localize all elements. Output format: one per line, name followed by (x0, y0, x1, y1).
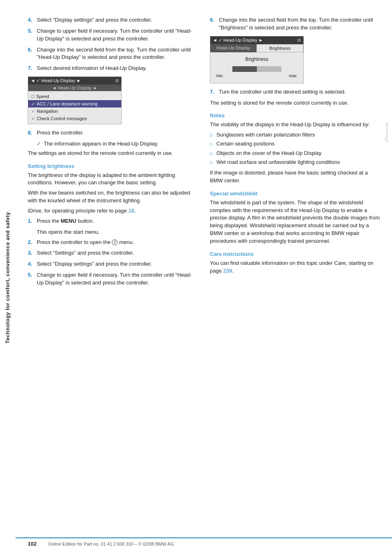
screen-mockup-1: ◄ ✓ Head-Up Display ► ⊙ ◄ Head-Up Displa… (28, 76, 122, 124)
bullet-arrow-4: ▷ (210, 159, 214, 166)
brightness-bar (215, 66, 298, 72)
step-8-note: The settings are stored for the remote c… (28, 150, 198, 157)
step-8-sub-text: The information appears in the Head-Up D… (44, 140, 158, 148)
brightness-title: Brightness (215, 56, 298, 62)
acc-check: ✓ (31, 102, 35, 106)
bright-step-2-text: Press the controller to open the i menu. (37, 239, 134, 246)
step-8-sub: ✓ The information appears in the Head-Up… (37, 140, 198, 148)
bullet-2-text: Certain seating positions (216, 140, 274, 148)
bright-step-3: 3. Select "Settings" and press the contr… (28, 249, 198, 257)
tab-brightness: Brightness (256, 44, 303, 52)
step-4-num: 4. (28, 16, 35, 24)
checkmark-icon: ✓ (37, 140, 41, 148)
menu-item-speed: □ Speed (28, 93, 121, 100)
acc-label: ACC / Lane departure warning (37, 101, 98, 106)
step-7: 7. Select desired information of Head-Up… (28, 65, 198, 72)
idrive-ref: iDrive, for operating principle refer to… (28, 207, 198, 215)
care-page-link[interactable]: 239 (223, 268, 232, 274)
cc-check: ✓ (31, 116, 35, 121)
bullet-arrow-1: ▷ (210, 132, 214, 138)
nav-label: Navigation (37, 109, 58, 114)
right-step-6: 6. Change into the second field from the… (210, 16, 380, 32)
care-heading: Care instructions (210, 251, 380, 257)
bright-step-2: 2. Press the controller to open the i me… (28, 239, 198, 246)
main-content: 4. Select "Display settings" and press t… (16, 0, 392, 315)
speed-label: Speed (36, 94, 49, 99)
step-4-text: Select "Display settings" and press the … (37, 16, 152, 24)
footer-text: Online Edition for Part no. 01 41 2 600 … (48, 542, 174, 546)
brightness-para2: With the low beams switched on, the brig… (28, 189, 198, 205)
bright-step-1: 1. Press the MENU button. (28, 217, 198, 225)
bright-step-5-text: Change to upper field if necessary. Turn… (37, 271, 198, 287)
screen2-topbar: ◄ ✓ Head-Up Display ► ⊙ (210, 36, 303, 44)
brightness-max: max. (289, 74, 298, 78)
step7-note: The setting is stored for the remote con… (210, 99, 380, 107)
right-step-7: 7. Turn the controller until the desired… (210, 88, 380, 96)
menu-item-nav: ✓ Navigation (28, 107, 121, 115)
screen-menu-area: □ Speed ✓ ACC / Lane departure warning ✓… (28, 91, 121, 124)
brightness-empty (257, 66, 281, 72)
footer-page-num: 102 (28, 541, 44, 547)
bright-step-3-num: 3. (28, 249, 35, 257)
right-step-7-num: 7. (210, 88, 217, 96)
sidebar-label: Technology for comfort, convenience and … (5, 212, 11, 343)
notes-heading: Notes (210, 112, 380, 119)
bright-step-4-num: 4. (28, 260, 35, 268)
step-8-text: Press the controller. (37, 129, 84, 137)
bright-step-1-sub: This opens the start menu. (37, 228, 198, 236)
cc-label: Check Control messages (37, 116, 87, 121)
step-4: 4. Select "Display settings" and press t… (28, 16, 198, 24)
nav-check: ✓ (31, 109, 35, 114)
bullet-arrow-3: ▷ (210, 150, 214, 157)
footer: 102 Online Edition for Part no. 01 41 2 … (16, 537, 392, 547)
menu-item-acc: ✓ ACC / Lane departure warning (28, 100, 121, 107)
step-5-text: Change to upper field if necessary. Turn… (37, 27, 198, 43)
right-step-6-text: Change into the second field from the to… (219, 16, 380, 32)
bright-step-4-text: Select "Display settings" and press the … (37, 260, 152, 268)
step-8-num: 8. (28, 129, 35, 137)
right-step-7-text: Turn the controller until the desired se… (219, 88, 346, 96)
notes-closing: If the image is distorted, please have t… (210, 169, 380, 185)
menu-item-check-control: ✓ Check Control messages (28, 115, 121, 122)
sidebar: Technology for comfort, convenience and … (0, 0, 16, 555)
care-text: You can find valuable information on thi… (210, 260, 380, 275)
idrive-page-link[interactable]: 16 (128, 208, 134, 214)
step-7-num: 7. (28, 65, 35, 72)
bullet-3: ▷ Objects on the cover of the Head-Up Di… (210, 150, 380, 157)
windshield-heading: Special windshield (210, 190, 380, 197)
windshield-text: The windshield is part of the system. Th… (210, 199, 380, 245)
tab-hud: Head-Up Display (210, 44, 256, 52)
screen2-tabs: Head-Up Display Brightness (210, 44, 303, 52)
section-brightness-heading: Setting brightness (28, 163, 198, 169)
speed-checkbox: □ (31, 94, 34, 99)
brightness-min: min. (216, 74, 224, 78)
step-5-num: 5. (28, 27, 35, 43)
bright-step-2-num: 2. (28, 239, 35, 246)
bullet-1: ▷ Sunglasses with certain polarization f… (210, 131, 380, 139)
right-column: 6. Change into the second field from the… (210, 16, 380, 290)
bullet-4: ▷ Wet road surface and unfavorable light… (210, 159, 380, 166)
bullet-3-text: Objects on the cover of the Head-Up Disp… (216, 150, 321, 157)
bright-step-3-text: Select "Settings" and press the controll… (37, 249, 134, 257)
info-icon: i (112, 239, 118, 245)
screen2-topbar-icon: ⊙ (297, 38, 301, 43)
bright-step-5: 5. Change to upper field if necessary. T… (28, 271, 198, 287)
step-8: 8. Press the controller. (28, 129, 198, 137)
step-6: 6. Change into the second field from the… (28, 46, 198, 62)
screen-nav-row: ◄ Head-Up Display ► (28, 85, 121, 91)
bullet-arrow-2: ▷ (210, 141, 214, 147)
step-6-text: Change into the second field from the to… (37, 46, 198, 62)
bullet-1-text: Sunglasses with certain polarization fil… (216, 131, 315, 139)
bullet-2: ▷ Certain seating positions (210, 140, 380, 148)
brightness-filled (232, 66, 257, 72)
step-6-num: 6. (28, 46, 35, 62)
bright-step-1-text: Press the MENU button. (37, 217, 94, 225)
screen2-topbar-left: ◄ ✓ Head-Up Display ► (213, 38, 263, 43)
bright-step-1-num: 1. (28, 217, 35, 225)
bright-step-4: 4. Select "Display settings" and press t… (28, 260, 198, 268)
screen-topbar-icon: ⊙ (115, 78, 119, 83)
right-step-6-num: 6. (210, 16, 217, 32)
step-5: 5. Change to upper field if necessary. T… (28, 27, 198, 43)
brightness-inner: Brightness min. max. (210, 52, 303, 83)
bright-step-5-num: 5. (28, 271, 35, 287)
